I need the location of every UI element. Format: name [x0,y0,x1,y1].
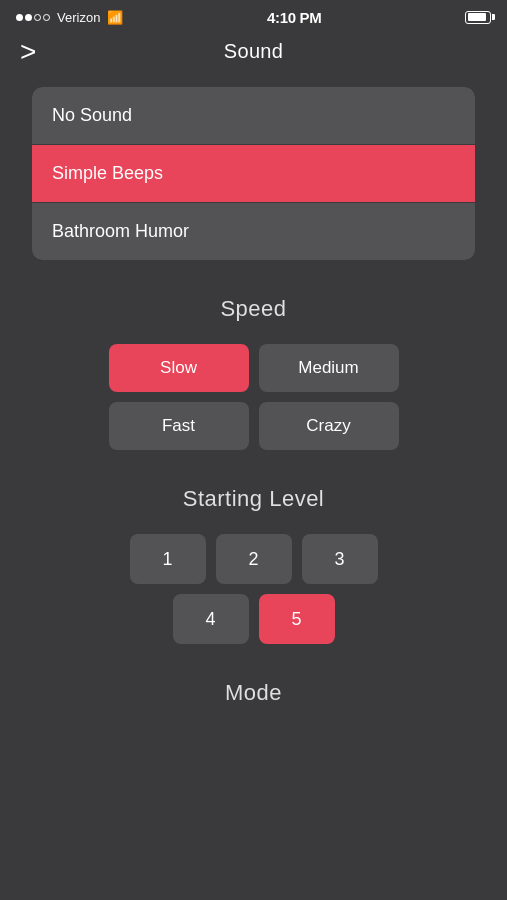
speed-btn-medium[interactable]: Medium [259,344,399,392]
signal-dot-1 [16,14,23,21]
speed-section: Speed Slow Medium Fast Crazy [0,288,507,478]
speed-btn-fast[interactable]: Fast [109,402,249,450]
level-grid: 1 2 3 4 5 [32,534,475,644]
wifi-icon: 📶 [107,10,123,25]
signal-dot-4 [43,14,50,21]
back-button[interactable]: > [16,34,44,70]
mode-title: Mode [32,680,475,706]
time-label: 4:10 PM [267,9,322,26]
sound-option-simple-beeps[interactable]: Simple Beeps [32,145,475,203]
level-btn-4[interactable]: 4 [173,594,249,644]
battery-fill [468,13,487,21]
header-title: Sound [224,40,283,63]
level-btn-2[interactable]: 2 [216,534,292,584]
level-row-1: 1 2 3 [130,534,378,584]
level-btn-3[interactable]: 3 [302,534,378,584]
level-btn-1[interactable]: 1 [130,534,206,584]
speed-title: Speed [32,296,475,322]
status-right [465,11,491,24]
level-btn-5[interactable]: 5 [259,594,335,644]
carrier-label: Verizon [57,10,100,25]
status-bar: Verizon 📶 4:10 PM [0,0,507,32]
level-title: Starting Level [32,486,475,512]
signal-dot-3 [34,14,41,21]
level-section: Starting Level 1 2 3 4 5 [0,478,507,672]
speed-options-grid: Slow Medium Fast Crazy [109,344,399,450]
speed-btn-crazy[interactable]: Crazy [259,402,399,450]
status-left: Verizon 📶 [16,10,123,25]
speed-btn-slow[interactable]: Slow [109,344,249,392]
level-row-2: 4 5 [173,594,335,644]
sound-option-bathroom-humor[interactable]: Bathroom Humor [32,203,475,260]
sound-options-list: No Sound Simple Beeps Bathroom Humor [32,87,475,260]
mode-section: Mode [0,672,507,706]
signal-dots [16,14,50,21]
signal-dot-2 [25,14,32,21]
sound-option-no-sound[interactable]: No Sound [32,87,475,145]
header: > Sound [0,32,507,75]
sound-section: No Sound Simple Beeps Bathroom Humor [0,75,507,288]
battery-icon [465,11,491,24]
